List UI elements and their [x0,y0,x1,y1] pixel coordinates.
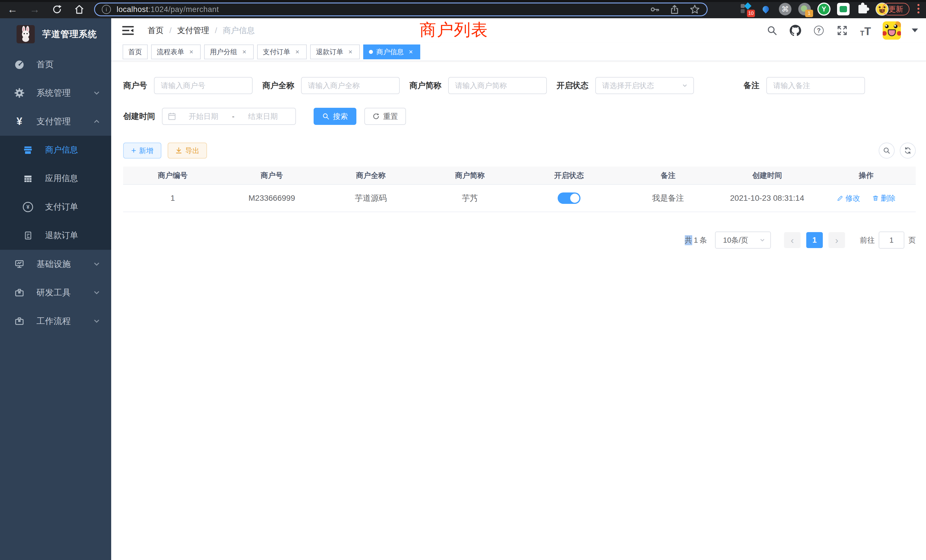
table-row: 1 M233666999 芋道源码 芋艿 我是备注 2021-10-23 08:… [123,185,916,212]
tab-merchant-info[interactable]: 商户信息× [363,44,420,59]
sidebar-item-pay-order[interactable]: ¥ 支付订单 [0,193,111,221]
extension-y-icon[interactable]: Y [817,2,831,16]
edit-link[interactable]: 修改 [837,193,860,203]
current-page-button[interactable]: 1 [806,232,823,248]
bookmark-star-icon[interactable] [690,4,700,15]
yen-circle-icon: ¥ [22,202,34,212]
short-name-input[interactable] [448,77,547,94]
help-icon[interactable]: ? [813,24,825,37]
filter-remark: 备注 [743,77,865,94]
close-icon[interactable]: × [294,48,301,56]
font-size-icon[interactable]: TT [859,24,872,37]
user-avatar[interactable] [883,21,901,39]
address-bar[interactable]: i localhost:1024/pay/merchant [94,3,708,16]
extension-profile-icon[interactable]: 1 [798,2,811,16]
breadcrumb: 首页 / 支付管理 / 商户信息 [148,25,255,36]
site-info-icon[interactable]: i [102,5,111,14]
prev-page-button[interactable]: ‹ [784,232,800,248]
sidebar-item-label: 应用信息 [45,173,78,184]
trash-icon [872,195,879,201]
key-icon[interactable] [650,5,660,14]
field-label: 商户简称 [409,80,441,91]
tab-home[interactable]: 首页 [123,44,148,59]
refresh-icon [904,147,912,154]
fullscreen-icon[interactable] [836,24,849,37]
breadcrumb-payment[interactable]: 支付管理 [177,25,209,36]
next-page-button[interactable]: › [829,232,845,248]
sidebar-item-merchant-info[interactable]: 商户信息 [0,136,111,164]
extension-devtools-icon[interactable]: 10 [740,2,753,16]
merchant-no-input[interactable] [154,77,253,94]
sidebar-item-workflow[interactable]: 工作流程 [0,307,111,335]
tab-pay-order[interactable]: 支付订单× [257,44,307,59]
full-name-input[interactable] [301,77,400,94]
column-header: 备注 [619,171,718,180]
export-button[interactable]: 导出 [168,142,207,159]
page-size-select[interactable]: 10条/页 [715,232,771,249]
chrome-update-button[interactable]: 更新 [882,3,909,15]
cell-actions: 修改 删除 [817,193,916,203]
grid-icon [22,173,34,184]
share-icon[interactable] [670,5,679,14]
sidebar-item-refund-order[interactable]: 退款订单 [0,221,111,250]
briefcase-icon [13,287,26,298]
tab-user-group[interactable]: 用户分组× [204,44,254,59]
extension-pin-icon[interactable] [759,2,773,16]
github-icon[interactable] [789,24,802,37]
tags-view-bar: 首页 流程表单× 用户分组× 支付订单× 退款订单× 商户信息× [111,43,926,61]
sidebar-item-app-info[interactable]: 应用信息 [0,164,111,193]
sidebar-item-label: 支付管理 [36,116,71,127]
address-bar-icons [650,4,700,15]
chevron-down-icon [93,89,100,97]
close-icon[interactable]: × [407,48,415,56]
extension-puzzle-icon[interactable] [856,2,870,16]
sidebar-item-home[interactable]: 首页 [0,50,111,79]
browser-menu-icon[interactable] [917,4,920,14]
search-button[interactable]: 搜索 [313,108,356,125]
status-toggle[interactable] [558,192,581,204]
pagination-total-suffix: 条 [700,235,707,245]
close-icon[interactable]: × [188,48,195,56]
tab-process-form[interactable]: 流程表单× [151,44,201,59]
table-tools [879,142,916,159]
chevron-down-icon [93,317,100,325]
delete-link[interactable]: 删除 [872,193,896,203]
remark-input[interactable] [766,77,865,94]
sidebar-item-label: 商户信息 [45,144,78,156]
field-label: 商户全称 [262,80,294,91]
extension-command-icon[interactable]: ⌘ [778,2,792,16]
chevron-down-icon [93,289,100,296]
calendar-icon [168,112,176,121]
user-menu-caret-icon[interactable] [912,29,918,35]
window-top-strip [0,0,926,2]
refresh-button[interactable] [900,142,916,159]
forward-icon[interactable]: → [27,3,42,16]
search-icon[interactable] [766,24,778,37]
sidebar-item-devtools[interactable]: 研发工具 [0,278,111,307]
table-toolbar: + 新增 导出 [111,142,926,159]
extension-chat-icon[interactable] [837,2,850,16]
date-range-input[interactable]: 开始日期 - 结束日期 [162,108,296,125]
sidebar-item-infra[interactable]: 基础设施 [0,250,111,278]
sidebar-collapse-icon[interactable] [121,25,135,36]
toggle-search-button[interactable] [879,142,895,159]
sidebar-item-payment[interactable]: ¥ 支付管理 [0,107,111,136]
sidebar-item-system[interactable]: 系统管理 [0,79,111,107]
add-button[interactable]: + 新增 [123,142,161,159]
back-icon[interactable]: ← [5,3,20,16]
reset-button[interactable]: 重置 [365,108,406,125]
yen-icon: ¥ [13,117,26,127]
sidebar: 芋道管理系统 首页 系统管理 ¥ 支付管理 [0,18,111,560]
select-chevron-icon [759,237,766,244]
status-select[interactable]: 请选择开启状态 [595,77,694,94]
goto-page-input[interactable] [879,232,904,249]
close-icon[interactable]: × [346,48,354,56]
tab-refund-order[interactable]: 退款订单× [310,44,360,59]
home-icon[interactable] [72,3,87,16]
column-header: 商户全称 [321,171,421,180]
reload-icon[interactable] [50,3,64,16]
search-icon [322,113,330,120]
breadcrumb-home[interactable]: 首页 [148,25,163,36]
merchant-table: 商户编号 商户号 商户全称 商户简称 开启状态 备注 创建时间 操作 1 M23… [123,166,916,212]
close-icon[interactable]: × [241,48,248,56]
